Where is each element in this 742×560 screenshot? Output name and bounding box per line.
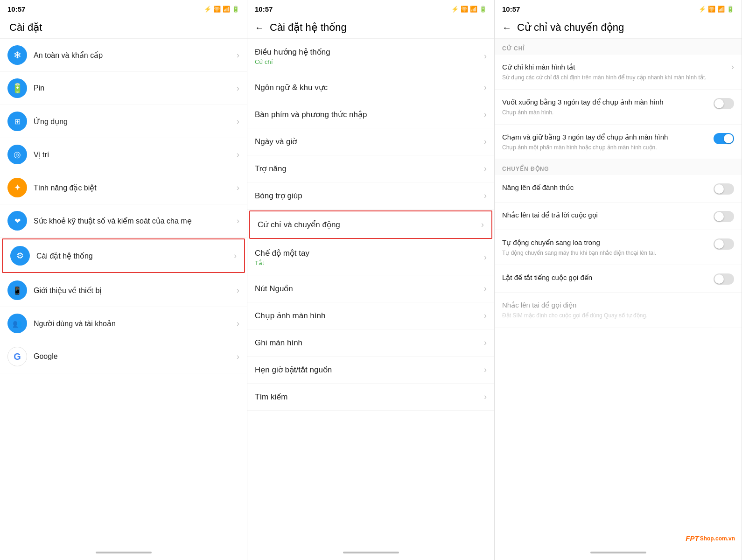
top-bar-1: Cài đặt [0, 17, 247, 39]
cham-giu-toggle[interactable] [714, 133, 734, 144]
p3-item-nhac-len-tai[interactable]: Nhắc lên tai để trả lời cuộc gọi [495, 203, 742, 230]
suc-khoe-icon: ❤ [7, 211, 27, 231]
p2-item-bong-tro-giup[interactable]: Bóng trợ giúp › [247, 182, 494, 210]
fpt-suffix: Shop.com.vn [700, 535, 735, 542]
settings-item-ung-dung[interactable]: ⊞ Ứng dụng › [0, 105, 247, 138]
cai-dat-he-thong-label: Cài đặt hệ thống [36, 252, 230, 260]
panel-gestures: 10:57 ⚡ 🛜 📶 🔋 ← Cử chỉ và chuyển động CỬ… [495, 0, 742, 560]
bottom-bar-1 [0, 545, 247, 560]
nguoi-dung-icon: 👥 [7, 314, 27, 333]
settings-item-cai-dat-he-thong[interactable]: ⚙ Cài đặt hệ thống › [2, 238, 245, 273]
hen-gio-label: Hẹn giờ bật/tắt nguồn [255, 365, 480, 375]
p3-item-nang-len[interactable]: Nâng lên để đánh thức [495, 175, 742, 203]
tu-dong-chuyen-toggle[interactable] [714, 238, 734, 250]
che-do-sub: Tắt [255, 259, 480, 266]
p2-item-ngon-ngu[interactable]: Ngôn ngữ & khu vực › [247, 74, 494, 101]
tu-dong-chuyen-label: Tự động chuyển sang loa trong [502, 238, 710, 247]
bluetooth-icon-3: ⚡ [699, 6, 706, 13]
back-arrow-2[interactable]: ← [255, 22, 264, 33]
nhac-len-goi-label: Nhắc lên tai để gọi điện [502, 300, 730, 310]
lat-tat-label: Lật để tắt tiếng cuộc gọi đến [502, 273, 710, 282]
back-arrow-3[interactable]: ← [502, 22, 511, 33]
cu-chi-man-hinh-sub: Sử dụng các cử chỉ đã chỉ định trên màn … [502, 74, 724, 82]
p2-item-che-do-mot-tay[interactable]: Chế độ một tay Tắt › [247, 240, 494, 275]
fpt-brand: FPT [686, 534, 699, 542]
p2-item-cu-chi[interactable]: Cử chỉ và chuyển động › [249, 210, 492, 239]
p3-item-vuot-xuong[interactable]: Vuốt xuống bằng 3 ngón tay để chụp ảnh m… [495, 90, 742, 125]
gioi-thieu-label: Giới thiệu về thiết bị [34, 286, 233, 295]
bottom-bar-line-1 [96, 552, 152, 553]
google-label: Google [34, 352, 233, 361]
nhac-len-tai-toggle[interactable] [714, 211, 734, 222]
dieu-huong-label: Điều hướng hệ thống [255, 47, 480, 57]
nhac-len-goi-sub: Đặt SIM mặc định cho cuộc gọi để dùng Qu… [502, 312, 730, 320]
battery-icon-3: 🔋 [727, 6, 734, 13]
nguoi-dung-chevron: › [237, 319, 239, 329]
vuot-xuong-label: Vuốt xuống bằng 3 ngón tay để chụp ảnh m… [502, 97, 710, 107]
tinh-nang-label: Tính năng đặc biệt [34, 183, 233, 192]
chup-anh-chevron: › [484, 311, 487, 321]
che-do-chevron: › [484, 252, 487, 262]
settings-item-an-toan[interactable]: ❄ An toàn và khẩn cấp › [0, 39, 247, 72]
vuot-xuong-toggle[interactable] [714, 98, 734, 109]
settings-item-nguoi-dung[interactable]: 👥 Người dùng và tài khoản › [0, 307, 247, 340]
ung-dung-chevron: › [237, 117, 239, 126]
p3-item-lat-tat[interactable]: Lật để tắt tiếng cuộc gọi đến [495, 265, 742, 293]
p2-item-dieu-huong[interactable]: Điều hướng hệ thống Cử chỉ › [247, 39, 494, 74]
status-bar-1: 10:57 ⚡ 🛜 📶 🔋 [0, 0, 247, 17]
status-time-1: 10:57 [7, 5, 25, 13]
cham-giu-sub: Chụp ảnh một phần màn hình hoặc chụp ảnh… [502, 144, 710, 152]
bottom-bar-2 [247, 545, 494, 560]
battery-icon-2: 🔋 [479, 6, 487, 13]
panel1-title: Cài đặt [9, 21, 42, 34]
ung-dung-icon: ⊞ [7, 112, 27, 131]
p2-item-ghi-man-hinh[interactable]: Ghi màn hình › [247, 329, 494, 357]
p3-item-cham-giu[interactable]: Chạm và giữ bằng 3 ngón tay để chụp ảnh … [495, 125, 742, 160]
cu-chi-label: Cử chỉ và chuyển động [258, 220, 477, 230]
p2-item-nut-nguon[interactable]: Nút Nguồn › [247, 275, 494, 302]
settings-item-suc-khoe[interactable]: ❤ Sức khoẻ kỹ thuật số và kiểm soát của … [0, 204, 247, 238]
tim-kiem-label: Tìm kiếm [255, 392, 480, 402]
panel-system-settings: 10:57 ⚡ 🛜 📶 🔋 ← Cài đặt hệ thống Điều hư… [247, 0, 495, 560]
ghi-man-hinh-label: Ghi màn hình [255, 338, 480, 348]
status-bar-3: 10:57 ⚡ 🛜 📶 🔋 [495, 0, 742, 17]
settings-item-pin[interactable]: 🔋 Pin › [0, 72, 247, 105]
status-time-2: 10:57 [255, 5, 273, 13]
p2-item-tim-kiem[interactable]: Tìm kiếm › [247, 384, 494, 411]
p3-item-nhac-len-goi: Nhắc lên tai để gọi điện Đặt SIM mặc địn… [495, 293, 742, 328]
p3-item-cu-chi-man-hinh[interactable]: Cử chỉ khi màn hình tắt Sử dụng các cử c… [495, 55, 742, 90]
dieu-huong-sub: Cử chỉ [255, 58, 480, 65]
status-icons-3: ⚡ 🛜 📶 🔋 [699, 6, 734, 13]
settings-list-1: ❄ An toàn và khẩn cấp › 🔋 Pin › ⊞ Ứng dụ… [0, 39, 247, 545]
pin-label: Pin [34, 84, 233, 92]
p2-item-ngay-gio[interactable]: Ngày và giờ › [247, 128, 494, 155]
top-bar-3: ← Cử chỉ và chuyển động [495, 17, 742, 39]
p2-item-ban-phim[interactable]: Bàn phím và phương thức nhập › [247, 101, 494, 128]
p2-item-chup-anh[interactable]: Chụp ảnh màn hình › [247, 302, 494, 329]
tro-nang-chevron: › [484, 164, 487, 174]
google-chevron: › [237, 352, 239, 362]
bluetooth-icon: ⚡ [204, 6, 211, 13]
nguoi-dung-label: Người dùng và tài khoản [34, 319, 233, 328]
wifi-icon-2: 🛜 [461, 6, 468, 13]
google-icon: G [7, 347, 27, 366]
settings-item-vi-tri[interactable]: ◎ Vị trí › [0, 138, 247, 171]
pin-chevron: › [237, 84, 239, 93]
an-toan-chevron: › [237, 50, 239, 60]
lat-tat-toggle[interactable] [714, 273, 734, 285]
p2-item-hen-gio[interactable]: Hẹn giờ bật/tắt nguồn › [247, 357, 494, 384]
tim-kiem-chevron: › [484, 392, 487, 402]
vi-tri-chevron: › [237, 150, 239, 160]
nut-nguon-chevron: › [484, 284, 487, 294]
settings-item-tinh-nang[interactable]: ✦ Tính năng đặc biệt › [0, 171, 247, 204]
gioi-thieu-chevron: › [237, 286, 239, 295]
settings-item-google[interactable]: G Google › [0, 340, 247, 373]
p3-item-tu-dong-chuyen[interactable]: Tự động chuyển sang loa trong Tự động ch… [495, 230, 742, 265]
nang-len-toggle[interactable] [714, 183, 734, 195]
settings-item-gioi-thieu[interactable]: 📱 Giới thiệu về thiết bị › [0, 274, 247, 307]
status-icons-1: ⚡ 🛜 📶 🔋 [204, 6, 239, 13]
tro-nang-label: Trợ năng [255, 164, 480, 174]
signal-icon-3: 📶 [717, 6, 725, 13]
bluetooth-icon-2: ⚡ [451, 6, 459, 13]
p2-item-tro-nang[interactable]: Trợ năng › [247, 155, 494, 182]
